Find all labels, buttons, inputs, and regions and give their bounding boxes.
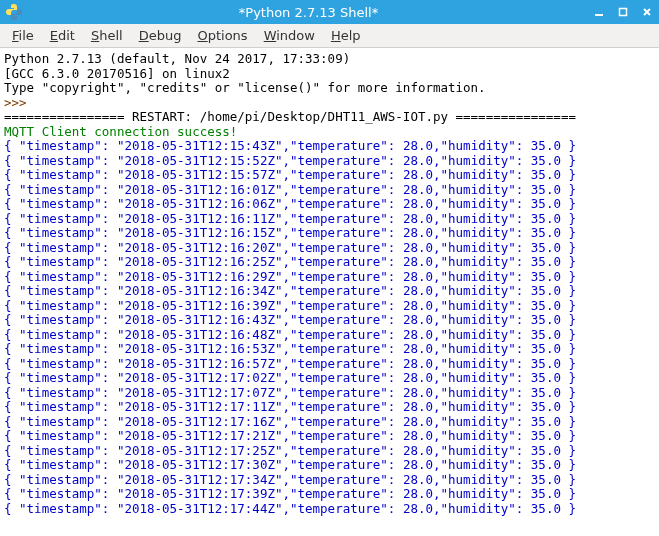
window-controls	[587, 0, 659, 24]
menu-help[interactable]: Help	[325, 26, 371, 45]
svg-rect-0	[595, 14, 603, 16]
maximize-button[interactable]	[611, 0, 635, 24]
menu-window[interactable]: Window	[258, 26, 325, 45]
svg-rect-1	[620, 9, 627, 16]
menu-edit[interactable]: Edit	[44, 26, 85, 45]
window-title: *Python 2.7.13 Shell*	[30, 5, 587, 20]
menu-file[interactable]: File	[6, 26, 44, 45]
python-icon	[4, 2, 24, 22]
menu-options[interactable]: Options	[191, 26, 257, 45]
minimize-button[interactable]	[587, 0, 611, 24]
menu-debug[interactable]: Debug	[133, 26, 192, 45]
close-button[interactable]	[635, 0, 659, 24]
menubar: File Edit Shell Debug Options Window Hel…	[0, 24, 659, 48]
titlebar[interactable]: *Python 2.7.13 Shell*	[0, 0, 659, 24]
console-output[interactable]: Python 2.7.13 (default, Nov 24 2017, 17:…	[0, 48, 659, 536]
menu-shell[interactable]: Shell	[85, 26, 133, 45]
